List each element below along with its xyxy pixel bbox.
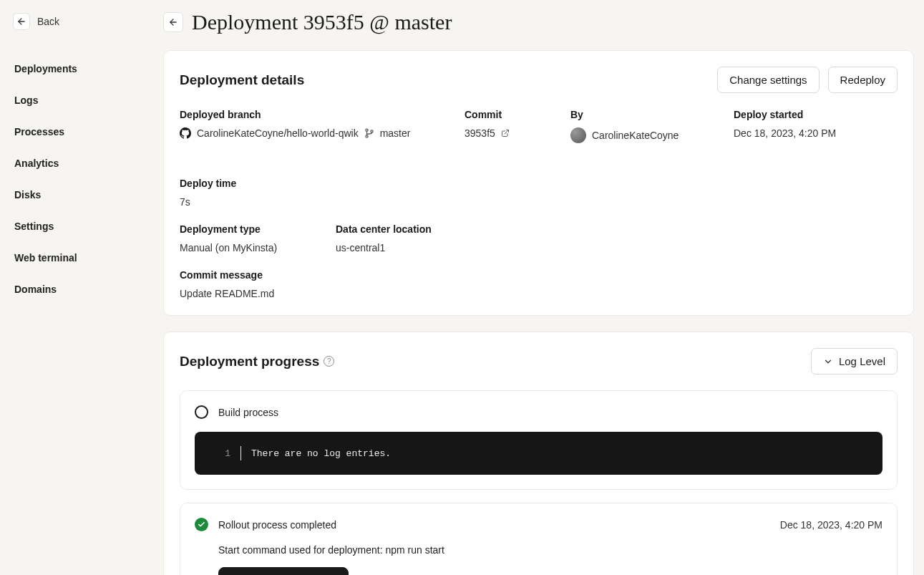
arrow-left-icon — [13, 13, 30, 30]
sidebar-item-deployments[interactable]: Deployments — [9, 56, 155, 82]
log-output: 1 There are no log entries. — [195, 432, 882, 475]
details-card-title: Deployment details — [180, 72, 304, 88]
value-data-center: us-central1 — [336, 242, 479, 253]
value-commit-message: Update README.md — [180, 288, 274, 299]
log-level-label: Log Level — [839, 355, 885, 367]
chevron-down-icon — [823, 357, 833, 367]
commit-hash: 3953f5 — [465, 127, 495, 139]
value-by: CarolineKateCoyne — [570, 127, 699, 143]
page-back-button[interactable] — [163, 12, 183, 32]
main-content: Deployment 3953f5 @ master Deployment de… — [163, 0, 924, 575]
rollout-timestamp: Dec 18, 2023, 4:20 PM — [780, 519, 882, 531]
repo-name: CarolineKateCoyne/hello-world-qwik — [197, 127, 359, 139]
sidebar-item-logs[interactable]: Logs — [9, 87, 155, 113]
label-deployed-branch: Deployed branch — [180, 109, 430, 120]
progress-card-title: Deployment progress — [180, 354, 319, 369]
sidebar-item-domains[interactable]: Domains — [9, 276, 155, 302]
svg-point-4 — [371, 130, 373, 132]
value-deploy-time: 7s — [180, 196, 251, 208]
redeploy-button[interactable]: Redeploy — [828, 67, 898, 93]
sidebar: Back Deployments Logs Processes Analytic… — [0, 0, 163, 575]
rollout-process-title: Rollout process completed — [218, 519, 336, 531]
value-deploy-started: Dec 18, 2023, 4:20 PM — [734, 127, 862, 139]
nav-list: Deployments Logs Processes Analytics Dis… — [9, 56, 155, 302]
svg-point-3 — [366, 135, 368, 137]
branch-name: master — [380, 127, 411, 139]
external-link-icon — [501, 129, 510, 137]
rollout-start-cmd-text: Start command used for deployment: npm r… — [218, 544, 882, 556]
avatar — [570, 127, 586, 143]
label-by: By — [570, 109, 699, 120]
svg-line-5 — [505, 130, 509, 135]
log-divider — [240, 446, 241, 460]
page-title: Deployment 3953f5 @ master — [192, 10, 452, 34]
sidebar-item-processes[interactable]: Processes — [9, 119, 155, 145]
build-process-title: Build process — [218, 407, 278, 418]
rollout-process-step: Rollout process completed Dec 18, 2023, … — [180, 503, 898, 575]
svg-point-2 — [366, 129, 368, 131]
sidebar-item-web-terminal[interactable]: Web terminal — [9, 245, 155, 271]
build-process-step: Build process 1 There are no log entries… — [180, 390, 898, 490]
label-data-center: Data center location — [336, 223, 479, 235]
github-icon — [180, 127, 191, 139]
git-branch-icon — [364, 128, 374, 138]
log-level-button[interactable]: Log Level — [811, 348, 898, 375]
sidebar-back-button[interactable]: Back — [9, 10, 64, 33]
value-deployed-branch: CarolineKateCoyne/hello-world-qwik maste… — [180, 127, 430, 139]
circle-icon — [195, 405, 208, 419]
deployment-progress-card: Deployment progress ? Log Level Build pr… — [163, 332, 914, 575]
sidebar-back-label: Back — [37, 16, 59, 27]
label-deploy-started: Deploy started — [734, 109, 862, 120]
edit-start-command-button[interactable]: Edit Start Command — [218, 567, 349, 575]
log-line-number: 1 — [212, 448, 230, 459]
deployment-details-card: Deployment details Change settings Redep… — [163, 50, 914, 316]
arrow-left-icon — [168, 17, 178, 27]
page-header: Deployment 3953f5 @ master — [163, 10, 914, 34]
label-commit-message: Commit message — [180, 269, 274, 281]
sidebar-item-analytics[interactable]: Analytics — [9, 150, 155, 176]
sidebar-item-disks[interactable]: Disks — [9, 182, 155, 208]
help-icon[interactable]: ? — [324, 356, 334, 367]
by-user: CarolineKateCoyne — [592, 130, 679, 141]
log-text: There are no log entries. — [251, 448, 391, 459]
check-circle-icon — [195, 518, 208, 531]
label-deploy-time: Deploy time — [180, 178, 251, 189]
sidebar-item-settings[interactable]: Settings — [9, 213, 155, 239]
change-settings-button[interactable]: Change settings — [717, 67, 819, 93]
label-commit: Commit — [465, 109, 536, 120]
label-deployment-type: Deployment type — [180, 223, 301, 235]
value-commit[interactable]: 3953f5 — [465, 127, 536, 139]
value-deployment-type: Manual (on MyKinsta) — [180, 242, 301, 253]
